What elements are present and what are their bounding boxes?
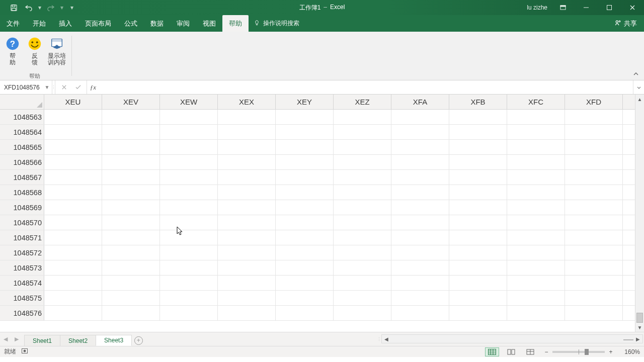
cell[interactable]: [565, 245, 623, 260]
cell[interactable]: [102, 200, 160, 215]
cell[interactable]: [507, 155, 565, 169]
cell[interactable]: [102, 306, 160, 320]
cell[interactable]: [102, 260, 160, 275]
cell[interactable]: [276, 230, 334, 245]
zoom-percent[interactable]: 160%: [617, 348, 640, 355]
cell[interactable]: [160, 185, 218, 200]
column-header[interactable]: XEU: [44, 95, 102, 109]
vertical-scrollbar[interactable]: [635, 104, 644, 323]
sheet-tab[interactable]: Sheet1: [24, 335, 60, 346]
cell[interactable]: [449, 155, 507, 169]
cell[interactable]: [449, 276, 507, 290]
cell[interactable]: [44, 125, 102, 139]
column-header[interactable]: XFD: [565, 95, 623, 109]
cell[interactable]: [276, 245, 334, 260]
cell[interactable]: [565, 276, 623, 290]
cell[interactable]: [102, 245, 160, 260]
row-header[interactable]: 1048563: [0, 110, 44, 124]
column-header[interactable]: XFB: [449, 95, 507, 109]
cell[interactable]: [218, 170, 276, 185]
cell[interactable]: [391, 230, 449, 245]
cell[interactable]: [391, 125, 449, 139]
cell[interactable]: [449, 260, 507, 275]
name-box[interactable]: [4, 84, 44, 91]
cell[interactable]: [218, 215, 276, 230]
zoom-in-button[interactable]: +: [607, 348, 615, 355]
cell[interactable]: [391, 245, 449, 260]
cell[interactable]: [218, 110, 276, 124]
cell[interactable]: [507, 245, 565, 260]
cell[interactable]: [102, 215, 160, 230]
cell[interactable]: [334, 306, 391, 320]
tab-formulas[interactable]: 公式: [118, 15, 144, 32]
horizontal-scrollbar[interactable]: ◀ ▶: [381, 334, 643, 343]
cell[interactable]: [44, 185, 102, 200]
tell-me-search[interactable]: 操作说明搜索: [249, 15, 304, 32]
cell[interactable]: [276, 185, 334, 200]
cell[interactable]: [218, 155, 276, 169]
enter-formula-button[interactable]: [72, 82, 84, 93]
cell[interactable]: [565, 170, 623, 185]
macro-record-icon[interactable]: [21, 347, 28, 356]
cell[interactable]: [218, 306, 276, 320]
cell[interactable]: [276, 155, 334, 169]
view-normal-button[interactable]: [485, 347, 499, 356]
cell[interactable]: [218, 185, 276, 200]
view-page-break-button[interactable]: [523, 347, 537, 356]
tab-view[interactable]: 视图: [196, 15, 222, 32]
cell[interactable]: [160, 110, 218, 124]
cell[interactable]: [276, 276, 334, 290]
scroll-down-button[interactable]: ▼: [635, 323, 644, 332]
tab-file[interactable]: 文件: [0, 15, 26, 32]
row-header[interactable]: 1048574: [0, 276, 44, 290]
sheet-nav-prev[interactable]: ◀: [0, 332, 11, 346]
cell[interactable]: [565, 125, 623, 139]
cell[interactable]: [449, 110, 507, 124]
cell[interactable]: [276, 200, 334, 215]
cell[interactable]: [565, 291, 623, 305]
cell[interactable]: [44, 170, 102, 185]
tab-page-layout[interactable]: 页面布局: [78, 15, 118, 32]
close-button[interactable]: [621, 0, 644, 15]
tab-review[interactable]: 审阅: [170, 15, 196, 32]
cell[interactable]: [160, 155, 218, 169]
cell[interactable]: [565, 140, 623, 154]
save-button[interactable]: [7, 2, 20, 13]
row-header[interactable]: 1048568: [0, 185, 44, 200]
cell[interactable]: [160, 200, 218, 215]
sheet-nav-next[interactable]: ▶: [11, 332, 22, 346]
cell[interactable]: [391, 140, 449, 154]
cell[interactable]: [449, 200, 507, 215]
cell[interactable]: [449, 306, 507, 320]
cell[interactable]: [507, 110, 565, 124]
cell[interactable]: [44, 230, 102, 245]
row-header[interactable]: 1048567: [0, 170, 44, 185]
cell[interactable]: [102, 110, 160, 124]
cell[interactable]: [160, 140, 218, 154]
cell[interactable]: [334, 110, 391, 124]
cell[interactable]: [44, 155, 102, 169]
cell[interactable]: [449, 140, 507, 154]
horizontal-scroll-thumb[interactable]: [623, 339, 633, 340]
cell[interactable]: [334, 291, 391, 305]
cell[interactable]: [334, 215, 391, 230]
cell[interactable]: [449, 291, 507, 305]
cell[interactable]: [276, 306, 334, 320]
cell[interactable]: [276, 170, 334, 185]
cell[interactable]: [276, 215, 334, 230]
cell[interactable]: [44, 260, 102, 275]
cell[interactable]: [449, 215, 507, 230]
share-button[interactable]: 共享: [607, 15, 644, 32]
cell[interactable]: [334, 276, 391, 290]
cell[interactable]: [102, 170, 160, 185]
cell[interactable]: [44, 291, 102, 305]
cell[interactable]: [44, 140, 102, 154]
cell[interactable]: [391, 306, 449, 320]
cell[interactable]: [334, 200, 391, 215]
cell[interactable]: [565, 185, 623, 200]
cell[interactable]: [44, 245, 102, 260]
cell[interactable]: [218, 140, 276, 154]
cell[interactable]: [102, 291, 160, 305]
help-button[interactable]: ? 帮 助: [2, 34, 23, 72]
zoom-slider[interactable]: [552, 351, 605, 353]
